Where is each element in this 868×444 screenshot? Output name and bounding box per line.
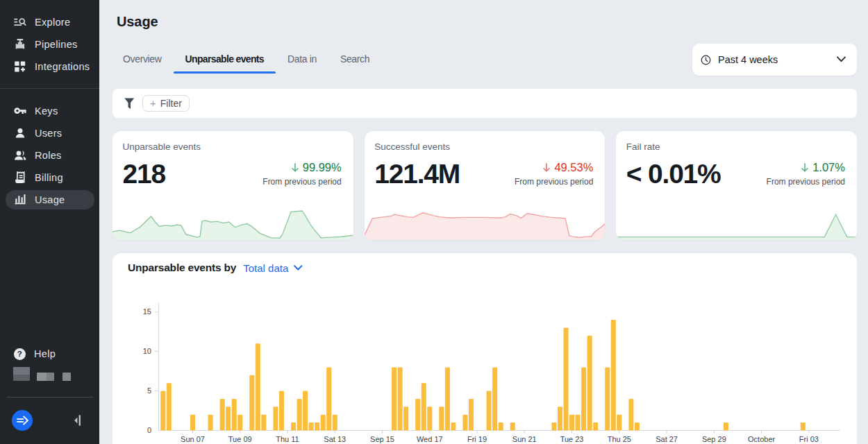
svg-text:Sun 07: Sun 07 xyxy=(181,435,205,443)
sidebar-footer-divider xyxy=(7,397,93,398)
stat-card-change-value: 49.53% xyxy=(554,161,593,174)
sidebar-item-users[interactable]: Users xyxy=(0,122,99,144)
sidebar-item-label: Keys xyxy=(35,105,58,117)
redacted-block xyxy=(62,373,71,381)
sidebar-item-pipelines[interactable]: Pipelines xyxy=(0,33,99,56)
users-icon xyxy=(14,127,26,139)
arrow-down-icon xyxy=(292,163,299,172)
sidebar-nav: Explore Pipelines xyxy=(0,0,99,210)
sparkline-chart xyxy=(365,207,606,240)
tab-data-in[interactable]: Data in xyxy=(276,46,328,72)
sidebar-item-integrations[interactable]: Integrations xyxy=(0,56,99,78)
clock-icon xyxy=(701,55,711,65)
integrations-icon xyxy=(14,60,26,73)
explore-icon xyxy=(14,16,26,28)
filter-button-label: Filter xyxy=(160,98,182,109)
stat-card-value: 218 xyxy=(123,159,165,189)
sparkline-chart xyxy=(616,207,857,240)
tab-search[interactable]: Search xyxy=(328,46,381,72)
svg-text:Tue 23: Tue 23 xyxy=(560,435,584,443)
stat-card-change: 99.99% xyxy=(292,161,342,174)
time-range-label: Past 4 weeks xyxy=(718,54,778,65)
billing-icon xyxy=(14,171,26,184)
sidebar-item-label: Users xyxy=(35,128,62,139)
funnel-icon xyxy=(124,98,135,110)
bar-chart: 051015Sun 07Tue 09Thu 11Sat 13Sep 15Wed … xyxy=(112,253,857,444)
svg-text:15: 15 xyxy=(143,307,151,316)
time-range-selector[interactable]: Past 4 weeks xyxy=(692,44,857,76)
sidebar-item-roles[interactable]: Roles xyxy=(0,144,99,166)
sidebar-item-label: Explore xyxy=(35,17,70,28)
sidebar: Explore Pipelines xyxy=(0,0,99,444)
svg-text:October: October xyxy=(748,435,775,443)
stat-card-unparsable-events: Unparsable events 218 99.99% From previo… xyxy=(112,131,353,240)
keys-icon xyxy=(14,105,26,117)
usage-dashboard: Explore Pipelines xyxy=(0,0,868,444)
sidebar-item-label: Integrations xyxy=(35,61,90,72)
stat-card-label: Successful events xyxy=(374,142,450,152)
help-label: Help xyxy=(34,348,56,359)
plus-icon: + xyxy=(150,97,156,109)
svg-text:Sep 15: Sep 15 xyxy=(370,435,394,443)
sidebar-item-label: Pipelines xyxy=(35,39,78,50)
usage-icon xyxy=(14,194,26,206)
sidebar-item-label: Usage xyxy=(35,194,65,205)
stat-card-change-value: 1.07% xyxy=(812,161,845,174)
stat-card-subtext: From previous period xyxy=(515,177,593,187)
svg-text:Sat 27: Sat 27 xyxy=(656,435,678,443)
redacted-block xyxy=(13,367,30,381)
add-filter-button[interactable]: + Filter xyxy=(142,95,190,112)
svg-text:Fri 19: Fri 19 xyxy=(467,435,487,443)
svg-text:0: 0 xyxy=(147,426,151,434)
pipelines-icon xyxy=(14,38,26,51)
help-icon: ? xyxy=(14,348,26,360)
filter-bar: + Filter xyxy=(112,89,857,118)
stat-card-value: 121.4M xyxy=(374,159,460,189)
arrow-down-icon xyxy=(801,163,808,172)
stat-card-subtext: From previous period xyxy=(767,177,845,187)
collapse-sidebar-button[interactable] xyxy=(73,414,83,427)
sidebar-item-keys[interactable]: Keys xyxy=(0,100,99,122)
svg-text:5: 5 xyxy=(147,386,151,395)
bar-chart-card: Unparsable events by Total data 051015Su… xyxy=(112,253,857,444)
roles-icon xyxy=(14,149,26,162)
stat-card-fail-rate: Fail rate < 0.01% 1.07% From previous pe… xyxy=(616,131,857,240)
sidebar-item-label: Billing xyxy=(35,172,63,183)
sidebar-item-usage[interactable]: Usage xyxy=(6,190,94,210)
svg-text:Fri 03: Fri 03 xyxy=(799,435,819,443)
stat-card-label: Unparsable events xyxy=(123,142,201,152)
svg-text:Wed 17: Wed 17 xyxy=(417,435,443,443)
sidebar-item-billing[interactable]: Billing xyxy=(0,166,99,189)
stat-card-change: 49.53% xyxy=(543,161,593,174)
svg-text:Sep 29: Sep 29 xyxy=(702,435,726,443)
tab-overview[interactable]: Overview xyxy=(111,46,174,72)
arrow-down-icon xyxy=(543,163,550,172)
svg-text:Sun 21: Sun 21 xyxy=(512,435,537,443)
page-title: Usage xyxy=(117,14,158,30)
brand-arrow-button[interactable] xyxy=(12,410,33,431)
sparkline-chart xyxy=(112,207,353,240)
sidebar-item-explore[interactable]: Explore xyxy=(0,11,99,33)
stat-card-subtext: From previous period xyxy=(262,177,341,187)
svg-text:Tue 09: Tue 09 xyxy=(228,435,252,443)
sidebar-item-help[interactable]: ? Help xyxy=(0,343,99,365)
redacted-block xyxy=(37,373,54,381)
svg-text:Thu 11: Thu 11 xyxy=(276,435,299,443)
tab-unparsable-events[interactable]: Unparsable events xyxy=(174,46,276,72)
svg-text:Thu 25: Thu 25 xyxy=(608,435,631,443)
stat-card-value: < 0.01% xyxy=(626,159,721,189)
sidebar-item-label: Roles xyxy=(35,150,62,161)
stat-card-successful-events: Successful events 121.4M 49.53% From pre… xyxy=(365,131,606,240)
tab-bar: Overview Unparsable events Data in Searc… xyxy=(111,46,381,72)
stat-card-change: 1.07% xyxy=(801,161,845,174)
sidebar-divider xyxy=(0,88,99,89)
svg-text:Sat 13: Sat 13 xyxy=(324,435,346,443)
chevron-down-icon xyxy=(837,56,846,62)
stat-card-change-value: 99.99% xyxy=(303,161,342,174)
arrow-right-icon xyxy=(17,416,28,425)
svg-text:10: 10 xyxy=(143,347,151,355)
stat-card-label: Fail rate xyxy=(626,142,660,152)
